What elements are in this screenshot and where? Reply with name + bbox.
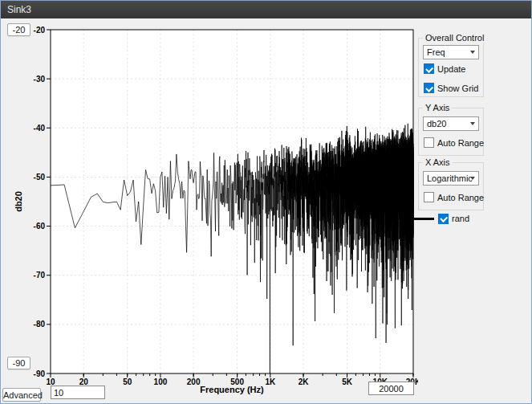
x-tick-label: 1K	[265, 377, 276, 386]
chevron-down-icon	[470, 51, 475, 54]
y-max-button[interactable]: -20	[7, 23, 30, 36]
title-bar[interactable]: Sink3	[1, 1, 531, 18]
y-auto-range-checkbox[interactable]: Auto Range	[424, 137, 484, 148]
x-auto-range-label: Auto Range	[437, 193, 484, 202]
y-tick-label: -80	[34, 320, 46, 329]
spectrum-plot[interactable]: -20-30-40-50-60-70-80-901020501002005001…	[1, 18, 418, 404]
x-auto-range-checkbox[interactable]: Auto Range	[424, 192, 484, 202]
chevron-down-icon	[470, 177, 475, 180]
x-axis-dropdown-value: Logarithmic	[427, 173, 473, 183]
y-tick-label: -40	[34, 124, 46, 133]
group-title: Overall Control	[423, 33, 486, 43]
group-title: Y Axis	[423, 103, 452, 112]
y-axis-dropdown-value: db20	[427, 119, 446, 129]
legend: rand	[413, 212, 469, 225]
x-tick-label: 50	[123, 377, 132, 386]
x-max-input[interactable]	[368, 382, 414, 395]
y-tick-label: -60	[34, 222, 46, 231]
frequency-sink-window: Sink3 -20-30-40-50-60-70-80-901020501002…	[0, 0, 532, 404]
y-tick-label: -50	[34, 173, 46, 182]
y-axis-title: db20	[14, 191, 23, 212]
x-axis-group: X Axis Logarithmic Auto Range	[418, 162, 484, 210]
x-axis-title: Frequency (Hz)	[200, 385, 264, 394]
checkbox-icon	[424, 137, 434, 148]
update-checkbox[interactable]: Update	[424, 63, 465, 74]
freq-dropdown[interactable]: Freq	[423, 45, 479, 59]
x-min-input[interactable]	[51, 386, 105, 399]
x-tick-label: 100	[154, 377, 168, 386]
group-title: X Axis	[423, 157, 453, 167]
y-tick-label: -20	[34, 26, 46, 35]
checkbox-icon	[424, 192, 434, 202]
y-tick-label: -90	[34, 369, 46, 378]
y-axis-dropdown[interactable]: db20	[423, 116, 479, 131]
y-min-button[interactable]: -90	[7, 357, 30, 369]
y-tick-label: -30	[34, 75, 46, 84]
checkbox-icon	[438, 214, 449, 224]
checkbox-icon	[424, 63, 434, 74]
checkbox-icon	[424, 83, 434, 93]
rand-series-label: rand	[452, 214, 469, 223]
rand-series-checkbox[interactable]: rand	[438, 214, 469, 224]
overall-control-group: Overall Control Freq Update Show Grid	[418, 38, 484, 97]
y-tick-label: -70	[34, 271, 46, 280]
freq-dropdown-value: Freq	[427, 47, 445, 57]
x-axis-dropdown[interactable]: Logarithmic	[423, 171, 479, 186]
update-checkbox-label: Update	[437, 64, 465, 74]
y-axis-group: Y Axis db20 Auto Range	[418, 108, 484, 156]
legend-line	[413, 218, 434, 220]
x-tick-label: 200	[187, 377, 201, 386]
advanced-button[interactable]: Advanced	[2, 388, 41, 402]
x-tick-label: 5K	[342, 377, 353, 386]
chevron-down-icon	[470, 122, 475, 125]
y-auto-range-label: Auto Range	[437, 138, 484, 148]
x-tick-label: 2K	[298, 377, 310, 386]
show-grid-checkbox[interactable]: Show Grid	[424, 83, 478, 93]
window-title: Sink3	[7, 4, 31, 15]
show-grid-checkbox-label: Show Grid	[437, 84, 478, 93]
